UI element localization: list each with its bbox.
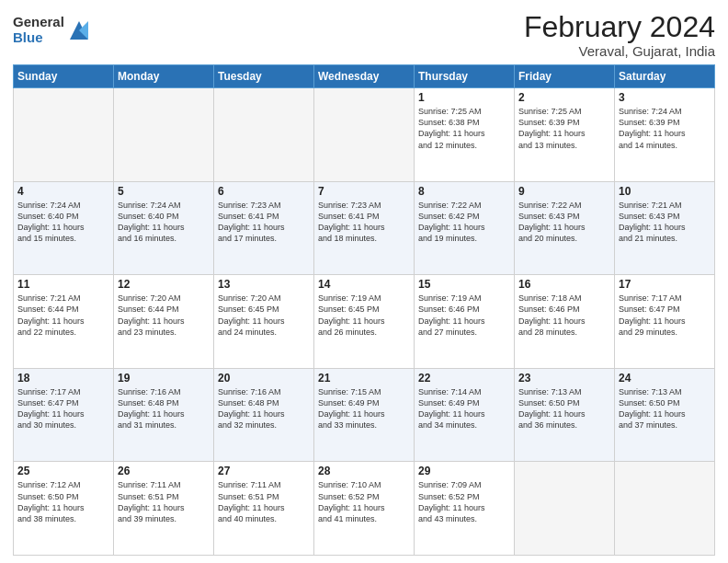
cell-2-4: 15Sunrise: 7:19 AM Sunset: 6:46 PM Dayli… (415, 275, 515, 369)
day-info: Sunrise: 7:13 AM Sunset: 6:50 PM Dayligh… (619, 386, 711, 431)
cell-2-5: 16Sunrise: 7:18 AM Sunset: 6:46 PM Dayli… (515, 275, 615, 369)
day-info: Sunrise: 7:24 AM Sunset: 6:40 PM Dayligh… (17, 200, 109, 245)
day-number: 22 (418, 372, 510, 385)
day-number: 26 (118, 465, 210, 477)
day-number: 19 (118, 372, 210, 385)
title-area: February 2024 Veraval, Gujarat, India (524, 11, 715, 59)
week-row-0: 1Sunrise: 7:25 AM Sunset: 6:38 PM Daylig… (14, 88, 715, 182)
day-info: Sunrise: 7:24 AM Sunset: 6:39 PM Dayligh… (619, 106, 711, 151)
cell-0-5: 2Sunrise: 7:25 AM Sunset: 6:39 PM Daylig… (515, 88, 615, 182)
day-number: 24 (619, 372, 711, 385)
day-info: Sunrise: 7:19 AM Sunset: 6:46 PM Dayligh… (418, 293, 510, 338)
days-header-row: Sunday Monday Tuesday Wednesday Thursday… (14, 65, 715, 88)
cell-2-1: 12Sunrise: 7:20 AM Sunset: 6:44 PM Dayli… (114, 275, 214, 369)
cell-2-6: 17Sunrise: 7:17 AM Sunset: 6:47 PM Dayli… (615, 275, 715, 369)
header-wednesday: Wednesday (314, 65, 415, 88)
day-number: 20 (218, 372, 310, 385)
week-row-2: 11Sunrise: 7:21 AM Sunset: 6:44 PM Dayli… (14, 275, 715, 369)
header-tuesday: Tuesday (214, 65, 314, 88)
cell-1-0: 4Sunrise: 7:24 AM Sunset: 6:40 PM Daylig… (14, 181, 114, 275)
cell-4-1: 26Sunrise: 7:11 AM Sunset: 6:51 PM Dayli… (114, 462, 214, 556)
day-info: Sunrise: 7:11 AM Sunset: 6:51 PM Dayligh… (218, 479, 310, 524)
day-number: 8 (418, 185, 510, 198)
day-number: 17 (619, 278, 711, 291)
header-sunday: Sunday (14, 65, 114, 88)
day-number: 13 (218, 278, 310, 291)
header-saturday: Saturday (615, 65, 715, 88)
cell-0-4: 1Sunrise: 7:25 AM Sunset: 6:38 PM Daylig… (415, 88, 515, 182)
day-info: Sunrise: 7:23 AM Sunset: 6:41 PM Dayligh… (218, 200, 310, 245)
day-info: Sunrise: 7:22 AM Sunset: 6:43 PM Dayligh… (518, 200, 610, 245)
logo-text: General Blue (13, 15, 64, 45)
location-title: Veraval, Gujarat, India (524, 43, 715, 59)
logo-icon (66, 17, 92, 43)
day-info: Sunrise: 7:10 AM Sunset: 6:52 PM Dayligh… (318, 479, 410, 524)
day-number: 15 (418, 278, 510, 291)
day-info: Sunrise: 7:20 AM Sunset: 6:44 PM Dayligh… (118, 293, 210, 338)
cell-0-2 (214, 88, 314, 182)
day-number: 14 (318, 278, 410, 291)
logo-general: General (13, 15, 64, 30)
day-number: 10 (619, 185, 711, 198)
cell-3-1: 19Sunrise: 7:16 AM Sunset: 6:48 PM Dayli… (114, 368, 214, 462)
day-number: 28 (318, 465, 410, 477)
day-number: 9 (518, 185, 610, 198)
cell-0-0 (14, 88, 114, 182)
cell-0-6: 3Sunrise: 7:24 AM Sunset: 6:39 PM Daylig… (615, 88, 715, 182)
day-info: Sunrise: 7:17 AM Sunset: 6:47 PM Dayligh… (17, 386, 109, 431)
day-number: 27 (218, 465, 310, 477)
cell-1-6: 10Sunrise: 7:21 AM Sunset: 6:43 PM Dayli… (615, 181, 715, 275)
day-number: 12 (118, 278, 210, 291)
header-thursday: Thursday (415, 65, 515, 88)
cell-4-3: 28Sunrise: 7:10 AM Sunset: 6:52 PM Dayli… (314, 462, 415, 556)
cell-2-3: 14Sunrise: 7:19 AM Sunset: 6:45 PM Dayli… (314, 275, 415, 369)
day-number: 16 (518, 278, 610, 291)
day-number: 25 (17, 465, 109, 477)
day-info: Sunrise: 7:20 AM Sunset: 6:45 PM Dayligh… (218, 293, 310, 338)
day-info: Sunrise: 7:11 AM Sunset: 6:51 PM Dayligh… (118, 479, 210, 524)
logo: General Blue (13, 15, 92, 45)
cell-1-3: 7Sunrise: 7:23 AM Sunset: 6:41 PM Daylig… (314, 181, 415, 275)
cell-4-6 (615, 462, 715, 556)
cell-1-2: 6Sunrise: 7:23 AM Sunset: 6:41 PM Daylig… (214, 181, 314, 275)
cell-1-1: 5Sunrise: 7:24 AM Sunset: 6:40 PM Daylig… (114, 181, 214, 275)
day-number: 3 (619, 91, 711, 104)
cell-4-5 (515, 462, 615, 556)
day-info: Sunrise: 7:22 AM Sunset: 6:42 PM Dayligh… (418, 200, 510, 245)
day-info: Sunrise: 7:12 AM Sunset: 6:50 PM Dayligh… (17, 479, 109, 524)
day-info: Sunrise: 7:13 AM Sunset: 6:50 PM Dayligh… (518, 386, 610, 431)
day-info: Sunrise: 7:16 AM Sunset: 6:48 PM Dayligh… (218, 386, 310, 431)
day-number: 5 (118, 185, 210, 198)
cell-4-0: 25Sunrise: 7:12 AM Sunset: 6:50 PM Dayli… (14, 462, 114, 556)
day-number: 21 (318, 372, 410, 385)
cell-3-0: 18Sunrise: 7:17 AM Sunset: 6:47 PM Dayli… (14, 368, 114, 462)
cell-1-4: 8Sunrise: 7:22 AM Sunset: 6:42 PM Daylig… (415, 181, 515, 275)
cell-4-4: 29Sunrise: 7:09 AM Sunset: 6:52 PM Dayli… (415, 462, 515, 556)
day-info: Sunrise: 7:23 AM Sunset: 6:41 PM Dayligh… (318, 200, 410, 245)
header-friday: Friday (515, 65, 615, 88)
day-number: 7 (318, 185, 410, 198)
cell-0-1 (114, 88, 214, 182)
cell-2-0: 11Sunrise: 7:21 AM Sunset: 6:44 PM Dayli… (14, 275, 114, 369)
cell-4-2: 27Sunrise: 7:11 AM Sunset: 6:51 PM Dayli… (214, 462, 314, 556)
cell-3-3: 21Sunrise: 7:15 AM Sunset: 6:49 PM Dayli… (314, 368, 415, 462)
day-info: Sunrise: 7:16 AM Sunset: 6:48 PM Dayligh… (118, 386, 210, 431)
day-info: Sunrise: 7:21 AM Sunset: 6:43 PM Dayligh… (619, 200, 711, 245)
day-number: 11 (17, 278, 109, 291)
week-row-3: 18Sunrise: 7:17 AM Sunset: 6:47 PM Dayli… (14, 368, 715, 462)
day-number: 4 (17, 185, 109, 198)
cell-3-4: 22Sunrise: 7:14 AM Sunset: 6:49 PM Dayli… (415, 368, 515, 462)
calendar-table: Sunday Monday Tuesday Wednesday Thursday… (13, 64, 715, 556)
day-info: Sunrise: 7:21 AM Sunset: 6:44 PM Dayligh… (17, 293, 109, 338)
day-info: Sunrise: 7:18 AM Sunset: 6:46 PM Dayligh… (518, 293, 610, 338)
cell-1-5: 9Sunrise: 7:22 AM Sunset: 6:43 PM Daylig… (515, 181, 615, 275)
day-info: Sunrise: 7:17 AM Sunset: 6:47 PM Dayligh… (619, 293, 711, 338)
day-info: Sunrise: 7:15 AM Sunset: 6:49 PM Dayligh… (318, 386, 410, 431)
cell-3-2: 20Sunrise: 7:16 AM Sunset: 6:48 PM Dayli… (214, 368, 314, 462)
day-info: Sunrise: 7:19 AM Sunset: 6:45 PM Dayligh… (318, 293, 410, 338)
cell-3-5: 23Sunrise: 7:13 AM Sunset: 6:50 PM Dayli… (515, 368, 615, 462)
day-number: 6 (218, 185, 310, 198)
day-number: 23 (518, 372, 610, 385)
week-row-4: 25Sunrise: 7:12 AM Sunset: 6:50 PM Dayli… (14, 462, 715, 556)
day-info: Sunrise: 7:24 AM Sunset: 6:40 PM Dayligh… (118, 200, 210, 245)
